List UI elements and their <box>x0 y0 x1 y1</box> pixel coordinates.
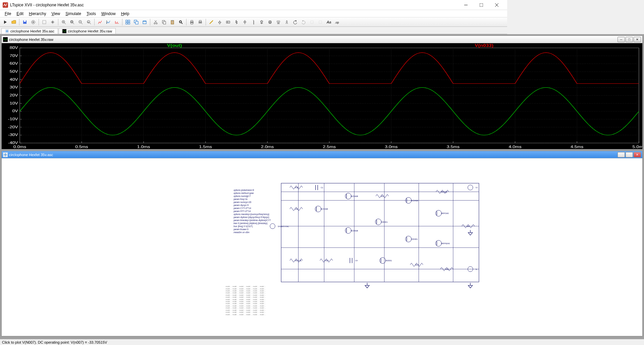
svg-text:V+: V+ <box>476 187 478 189</box>
resistor-button[interactable] <box>232 18 240 26</box>
menu-file[interactable]: File <box>2 11 14 17</box>
svg-text:A: A <box>227 21 228 23</box>
tile-button[interactable] <box>124 18 132 26</box>
move-button[interactable] <box>274 18 282 26</box>
menu-tools[interactable]: Tools <box>84 11 99 17</box>
svg-text:0.0ms: 0.0ms <box>13 145 26 149</box>
window-title: LTspice XVII - circlophone Hexfet 35v.as… <box>10 3 458 7</box>
menu-window[interactable]: Window <box>99 11 118 17</box>
svg-text:60V: 60V <box>10 62 18 66</box>
schematic-icon <box>3 152 8 157</box>
close-button[interactable] <box>489 0 504 10</box>
log-button[interactable] <box>104 18 112 26</box>
svg-line-19 <box>81 23 83 24</box>
copy-button[interactable] <box>160 18 168 26</box>
draw-wire-button[interactable] <box>207 18 215 26</box>
zoom-fit-button[interactable]: ⊕ <box>85 18 93 26</box>
svg-text:.param numcyc=20: .param numcyc=20 <box>233 201 252 204</box>
close-all-button[interactable] <box>141 18 149 26</box>
svg-rect-2 <box>480 3 483 7</box>
svg-rect-51 <box>199 20 201 22</box>
maximize-button[interactable] <box>474 0 489 10</box>
diode-button[interactable] <box>258 18 266 26</box>
svg-text:0V: 0V <box>12 109 18 113</box>
svg-text:.op: .op <box>335 21 339 24</box>
menu-view[interactable]: View <box>49 11 63 17</box>
svg-rect-10 <box>43 20 46 24</box>
menu-edit[interactable]: Edit <box>14 11 26 17</box>
waveform-titlebar[interactable]: circlophone Hexfet 35v.raw ─ □ ✕ <box>2 36 507 43</box>
svg-point-9 <box>33 21 34 23</box>
svg-text:.options plotwinsize=0: .options plotwinsize=0 <box>233 189 254 192</box>
waveform-icon <box>62 29 66 33</box>
svg-text:V(n033): V(n033) <box>475 44 494 48</box>
svg-text:30V: 30V <box>10 85 18 89</box>
waveform-plot[interactable]: -40V-30V-20V-10V0V10V20V30V40V50V60V70V8… <box>2 43 507 149</box>
svg-text:.param FFT=2**14: .param FFT=2**14 <box>233 210 251 213</box>
tab-label: circlophone Hexfet 35v.asc <box>10 29 54 33</box>
pan-button[interactable] <box>49 18 57 26</box>
snip-button[interactable] <box>40 18 48 26</box>
svg-text:.param freq=1k: .param freq=1k <box>233 198 248 201</box>
tab-schematic[interactable]: circlophone Hexfet 35v.asc <box>1 28 58 34</box>
ground-button[interactable] <box>216 18 224 26</box>
component-button[interactable]: D <box>266 18 274 26</box>
zoom-in-button[interactable] <box>60 18 68 26</box>
svg-rect-7 <box>24 20 26 22</box>
redo-button[interactable] <box>300 18 308 26</box>
autoscale-button[interactable] <box>96 18 104 26</box>
svg-text:R8 1k2: R8 1k2 <box>441 191 447 193</box>
svg-point-220 <box>270 223 275 228</box>
minimize-button[interactable] <box>458 0 474 10</box>
undo-button[interactable] <box>291 18 299 26</box>
label-button[interactable]: A <box>224 18 232 26</box>
svg-text:.tran 0 {simtime} {dlytime} {t: .tran 0 {simtime} {dlytime} {timestep} <box>233 222 268 225</box>
svg-point-37 <box>154 23 155 24</box>
schematic-titlebar[interactable]: circlophone Hexfet 35v.asc ─ □ ✕ <box>2 151 507 158</box>
svg-line-52 <box>210 20 213 24</box>
svg-text:.param dlycyc=5: .param dlycyc=5 <box>233 204 249 207</box>
tab-waveform[interactable]: circlophone Hexfet 35v.raw <box>59 28 116 34</box>
text-button[interactable]: Aa <box>325 18 333 26</box>
paste-button[interactable] <box>168 18 176 26</box>
inductor-button[interactable] <box>249 18 257 26</box>
spice-directive-button[interactable]: .op <box>333 18 341 26</box>
svg-line-12 <box>64 23 66 24</box>
svg-line-22 <box>90 23 91 24</box>
svg-text:3.5ms: 3.5ms <box>447 145 460 149</box>
toolbar: ⊕ A D Aa .op <box>0 17 507 27</box>
menu-help[interactable]: Help <box>118 11 132 17</box>
print-setup-button[interactable] <box>196 18 204 26</box>
run-button[interactable] <box>1 18 9 26</box>
svg-rect-42 <box>163 21 166 24</box>
svg-text:8R: 8R <box>467 225 469 227</box>
cut-button[interactable] <box>152 18 160 26</box>
svg-text:Aa: Aa <box>326 20 331 24</box>
print-button[interactable] <box>188 18 196 26</box>
svg-text:.four {freq} 9 V(OUT): .four {freq} 9 V(OUT) <box>233 225 253 228</box>
zoom-out-button[interactable] <box>76 18 85 26</box>
rotate-button[interactable] <box>308 18 316 26</box>
menu-simulate[interactable]: Simulate <box>63 11 84 17</box>
fft-button[interactable] <box>113 18 121 26</box>
menu-hierarchy[interactable]: Hierarchy <box>26 11 49 17</box>
open-button[interactable] <box>10 18 18 26</box>
drag-button[interactable] <box>283 18 291 26</box>
cascade-button[interactable] <box>132 18 140 26</box>
schematic-view[interactable]: .options plotwinsize=0.options method=ge… <box>2 158 507 272</box>
svg-text:V(out): V(out) <box>167 44 182 48</box>
capacitor-button[interactable] <box>241 18 249 26</box>
svg-text:C4: C4 <box>355 260 358 262</box>
svg-rect-49 <box>191 23 193 24</box>
svg-text:-20V: -20V <box>8 125 18 129</box>
svg-text:R17: R17 <box>415 264 419 266</box>
search-button[interactable] <box>177 18 185 26</box>
svg-rect-30 <box>128 20 130 22</box>
svg-text:BC556B: BC556B <box>351 230 358 232</box>
settings-button[interactable] <box>29 18 37 26</box>
tabbar: circlophone Hexfet 35v.asc circlophone H… <box>0 27 507 34</box>
svg-rect-29 <box>126 20 127 22</box>
mirror-button[interactable] <box>316 18 324 26</box>
save-button[interactable] <box>21 18 29 26</box>
zoom-rect-button[interactable] <box>68 18 76 26</box>
